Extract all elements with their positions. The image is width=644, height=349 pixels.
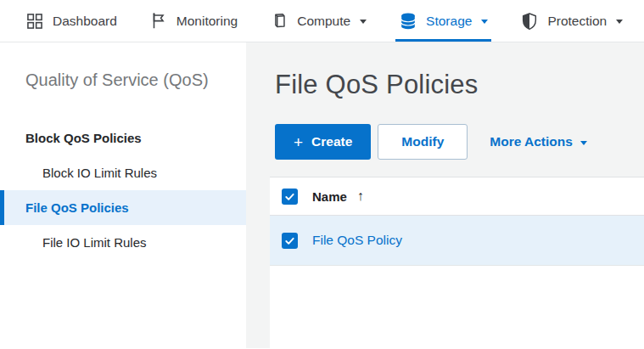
policies-table: Name ↑ File QoS Policy — [270, 177, 644, 348]
page-body: Quality of Service (QoS) Block QoS Polic… — [0, 42, 644, 348]
nav-item-protection[interactable]: Protection — [520, 0, 623, 42]
sort-ascending-icon[interactable]: ↑ — [357, 189, 364, 204]
nav-item-dashboard[interactable]: Dashboard — [25, 0, 117, 42]
more-actions-label: More Actions — [490, 134, 573, 149]
more-actions-menu[interactable]: More Actions — [490, 134, 587, 149]
nav-item-storage[interactable]: Storage — [399, 0, 488, 42]
nav-label: Protection — [547, 14, 607, 29]
chevron-down-icon — [616, 20, 623, 24]
table-row[interactable]: File QoS Policy — [270, 216, 644, 266]
dashboard-grid-icon — [25, 12, 44, 31]
table-header-row: Name ↑ — [270, 177, 644, 216]
policy-name-link[interactable]: File QoS Policy — [312, 233, 402, 248]
chevron-down-icon — [481, 20, 488, 24]
nav-label: Monitoring — [176, 14, 238, 29]
toolbar: + Create Modify More Actions — [275, 124, 644, 160]
qos-sidebar: Quality of Service (QoS) Block QoS Polic… — [0, 42, 246, 348]
column-header-name[interactable]: Name — [312, 189, 347, 204]
modify-button[interactable]: Modify — [378, 124, 468, 160]
nav-item-compute[interactable]: Compute — [270, 0, 367, 42]
nav-label: Dashboard — [53, 14, 117, 29]
nav-label: Compute — [297, 14, 350, 29]
plus-icon: + — [294, 134, 303, 150]
compute-box-icon — [270, 12, 288, 31]
page-title: File QoS Policies — [275, 68, 644, 102]
sidebar-nav: Block QoS Policies Block IO Limit Rules … — [0, 121, 246, 260]
main-panel: File QoS Policies + Create Modify More A… — [246, 42, 644, 348]
nav-item-monitoring[interactable]: Monitoring — [149, 0, 238, 42]
nav-label: Storage — [426, 14, 472, 29]
storage-database-icon — [399, 12, 417, 31]
sidebar-item-block-io-limit-rules[interactable]: Block IO Limit Rules — [0, 155, 246, 190]
create-button[interactable]: + Create — [275, 124, 371, 160]
select-all-checkbox[interactable] — [282, 189, 298, 205]
protection-shield-icon — [520, 12, 539, 31]
sidebar-item-file-io-limit-rules[interactable]: File IO Limit Rules — [0, 225, 246, 260]
main-header: File QoS Policies + Create Modify More A… — [270, 42, 644, 177]
top-nav: Dashboard Monitoring Compute — [0, 0, 644, 42]
sidebar-item-file-qos-policies[interactable]: File QoS Policies — [0, 190, 246, 225]
sidebar-heading: Quality of Service (QoS) — [0, 70, 246, 121]
chevron-down-icon — [580, 141, 587, 145]
sidebar-item-block-qos-policies[interactable]: Block QoS Policies — [0, 121, 246, 155]
chevron-down-icon — [360, 20, 367, 24]
row-checkbox[interactable] — [282, 233, 298, 249]
create-button-label: Create — [311, 134, 352, 149]
monitoring-flag-icon — [149, 12, 168, 31]
